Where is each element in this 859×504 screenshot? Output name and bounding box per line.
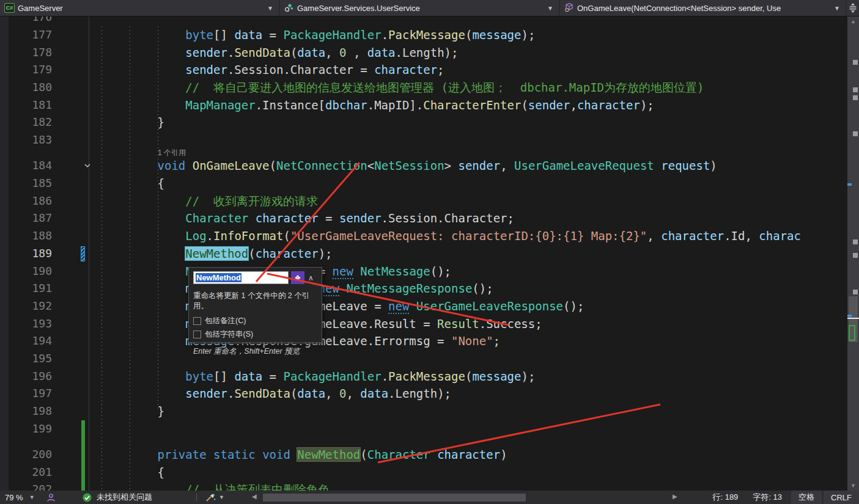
rename-input[interactable]: NewMethod xyxy=(193,271,289,284)
code-text: Log.InfoFormat("UserGameLeaveRequest: ch… xyxy=(101,227,801,245)
scrollbar-annotation xyxy=(853,253,858,258)
code-line[interactable]: 192 message.Response.gameLeave = new Use… xyxy=(0,298,859,315)
zoom-selector[interactable]: 79 % ▼ xyxy=(0,493,43,502)
saved-change-marker xyxy=(81,437,85,446)
split-editor-handle[interactable] xyxy=(846,0,859,16)
line-number: 188 xyxy=(0,227,61,245)
cursor-line-indicator: 行: 189 xyxy=(705,492,745,503)
checkbox-icon[interactable] xyxy=(193,317,201,325)
line-number: 184 xyxy=(0,157,61,175)
line-number: 194 xyxy=(0,332,61,350)
code-line[interactable]: 197 sender.SendData(data, 0, data.Length… xyxy=(0,385,859,403)
code-line[interactable]: 182 } xyxy=(0,114,859,131)
code-line[interactable]: 194 message.Response.gameLeave.Errormsg … xyxy=(0,332,859,350)
code-line[interactable]: 176 xyxy=(0,16,859,26)
code-line[interactable]: 177 byte[] data = PackageHandler.PackMes… xyxy=(0,26,859,44)
code-line[interactable]: 201 { xyxy=(0,464,859,481)
code-line[interactable]: 190 NetMessage message = new NetMessage(… xyxy=(0,263,859,280)
rename-collapse-button[interactable]: ∧ xyxy=(307,274,315,282)
rename-apply-button[interactable]: ❖ xyxy=(291,271,304,284)
code-text: { xyxy=(101,175,164,192)
code-line[interactable]: 199 xyxy=(0,420,859,438)
code-text: sender.Session.Character = character; xyxy=(101,61,444,79)
scrollbar-current-line-mark xyxy=(847,318,859,319)
scrollbar-change-mark xyxy=(849,325,855,341)
code-line[interactable]: 185 { xyxy=(0,175,859,192)
code-line[interactable]: 196 byte[] data = PackageHandler.PackMes… xyxy=(0,368,859,385)
code-text: Character character = sender.Session.Cha… xyxy=(101,210,514,227)
code-line[interactable]: 189 NewMethod(character); xyxy=(0,245,859,263)
code-line[interactable]: 179 sender.Session.Character = character… xyxy=(0,61,859,79)
code-cleanup-button[interactable]: ▼ xyxy=(202,493,228,502)
breadcrumb-member-dropdown[interactable]: OnGameLeave(NetConnection<NetSession> se… xyxy=(559,0,846,16)
code-line[interactable]: 184 void OnGameLeave(NetConnection<NetSe… xyxy=(0,157,859,175)
codelens-references-link[interactable]: 1 个引用 xyxy=(158,149,186,158)
scroll-left-icon[interactable]: ◀ xyxy=(252,493,257,500)
check-circle-icon xyxy=(83,493,92,502)
code-editor[interactable]: 176177 byte[] data = PackageHandler.Pack… xyxy=(0,16,859,491)
line-number: 192 xyxy=(0,298,61,315)
rename-summary: 重命名将更新 1 个文件中的 2 个引用。 xyxy=(189,287,322,315)
divider xyxy=(196,493,197,502)
code-text: { xyxy=(101,464,164,481)
line-number: 180 xyxy=(0,79,61,97)
code-line[interactable]: 200 private static void NewMethod(Charac… xyxy=(0,446,859,464)
code-text: private static void NewMethod(Character … xyxy=(101,446,507,464)
broom-icon xyxy=(205,493,216,502)
checkbox-icon[interactable] xyxy=(193,331,201,338)
rename-input-value: NewMethod xyxy=(196,273,241,282)
code-line[interactable]: 178 sender.SendData(data, 0 , data.Lengt… xyxy=(0,44,859,62)
code-line[interactable]: 202 // 从决策列表中删除角色 xyxy=(0,481,859,491)
scroll-right-icon[interactable]: ▶ xyxy=(673,493,677,500)
line-number: 200 xyxy=(0,446,61,464)
problems-status[interactable]: 未找到相关问题 xyxy=(76,492,158,503)
code-line[interactable]: 187 Character character = sender.Session… xyxy=(0,210,859,227)
code-line[interactable]: 198 } xyxy=(0,403,859,420)
code-line[interactable]: 183 xyxy=(0,131,859,149)
rename-hint: Enter 重命名，Shift+Enter 预览 xyxy=(189,343,322,359)
code-line[interactable]: 186 // 收到离开游戏的请求 xyxy=(0,192,859,210)
code-lines: 176177 byte[] data = PackageHandler.Pack… xyxy=(0,16,859,491)
code-line[interactable]: 181 MapManager.Instance[dbchar.MapID].Ch… xyxy=(0,97,859,114)
line-number: 199 xyxy=(0,420,61,438)
line-number: 183 xyxy=(0,131,61,149)
code-line[interactable]: 195 xyxy=(0,350,859,368)
chevron-down-icon: ▼ xyxy=(29,494,35,500)
breadcrumb-class-dropdown[interactable]: GameServer.Services.UserService ▼ xyxy=(279,0,559,16)
code-text: MapManager.Instance[dbchar.MapID].Charac… xyxy=(101,97,654,114)
hscrollbar-thumb[interactable] xyxy=(263,494,526,502)
fold-chevron-icon[interactable] xyxy=(83,157,94,174)
code-line[interactable]: 188 Log.InfoFormat("UserGameLeaveRequest… xyxy=(0,227,859,245)
chevron-down-icon: ▼ xyxy=(267,5,273,12)
code-text: byte[] data = PackageHandler.PackMessage… xyxy=(101,368,535,385)
rename-include-strings[interactable]: 包括字符串(S) xyxy=(189,328,322,341)
breadcrumb-class-label: GameServer.Services.UserService xyxy=(297,4,420,13)
status-bar: 79 % ▼ 未找到相关问题 ▼ ◀ ▶ 行: 189 字符: 13 空格 CR… xyxy=(0,491,859,504)
line-number: 185 xyxy=(0,175,61,192)
scrollbar-annotation xyxy=(853,239,858,244)
zoom-level: 79 % xyxy=(5,493,23,502)
vertical-scrollbar[interactable]: ▲ ▼ xyxy=(847,16,859,491)
breadcrumb-project-dropdown[interactable]: C# GameServer ▼ xyxy=(0,0,279,16)
line-number: 179 xyxy=(0,61,61,79)
line-number: 182 xyxy=(0,114,61,131)
line-number: 197 xyxy=(0,385,61,403)
line-ending-indicator[interactable]: CRLF xyxy=(824,491,859,504)
scroll-up-icon[interactable]: ▲ xyxy=(847,18,859,24)
horizontal-scrollbar[interactable] xyxy=(262,494,669,502)
csharp-file-icon: C# xyxy=(4,3,15,13)
line-number: 181 xyxy=(0,97,61,114)
feedback-person-icon[interactable] xyxy=(43,493,59,502)
rename-include-comments[interactable]: 包括备注(C) xyxy=(189,315,322,328)
code-text: message.Response.gameLeave = new UserGam… xyxy=(101,298,584,315)
code-line[interactable]: 180 // 将自己要进入地图的信息发送给地图管理器 (进入地图； dbchar… xyxy=(0,79,859,97)
breadcrumb-member-label: OnGameLeave(NetConnection<NetSession> se… xyxy=(577,4,781,13)
saved-change-marker xyxy=(81,446,85,464)
scrollbar-caret-mark xyxy=(847,315,852,317)
code-line[interactable]: 193 message.Response.gameLeave.Result = … xyxy=(0,315,859,333)
saved-change-marker xyxy=(81,481,85,491)
scrollbar-caret-mark xyxy=(847,183,852,186)
scroll-down-icon[interactable]: ▼ xyxy=(847,483,859,489)
code-line[interactable]: 191 message.Response = new NetMessageRes… xyxy=(0,280,859,298)
spaces-mode-indicator[interactable]: 空格 xyxy=(791,491,822,504)
